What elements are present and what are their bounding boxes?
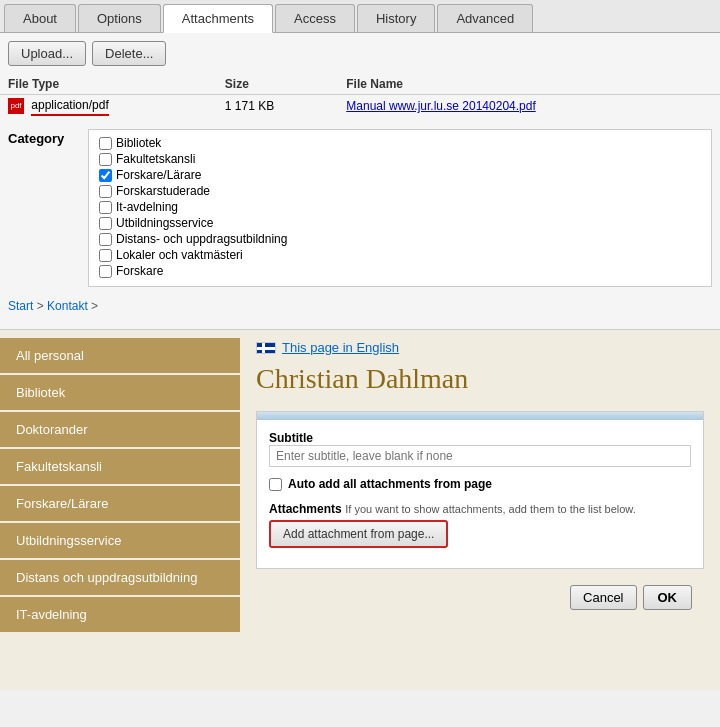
upload-button[interactable]: Upload...: [8, 41, 86, 66]
category-checkbox[interactable]: [99, 137, 112, 150]
category-item: Distans- och uppdragsutbildning: [99, 232, 701, 246]
auto-add-row: Auto add all attachments from page: [269, 477, 691, 491]
form-body: Subtitle Auto add all attachments from p…: [257, 420, 703, 568]
subtitle-input[interactable]: [269, 445, 691, 467]
category-item-label: Forskare: [116, 264, 163, 278]
category-item: Forskare: [99, 264, 701, 278]
sidebar: All personalBibliotekDoktoranderFakultet…: [0, 330, 240, 690]
col-filetype: File Type: [0, 74, 217, 95]
sidebar-item[interactable]: All personal: [0, 338, 240, 373]
sidebar-item[interactable]: Fakultetskansli: [0, 449, 240, 484]
page-title: Christian Dahlman: [256, 363, 704, 395]
delete-button[interactable]: Delete...: [92, 41, 166, 66]
form-header-bar: [257, 412, 703, 420]
ok-button[interactable]: OK: [643, 585, 693, 610]
tabs-bar: About Options Attachments Access History…: [0, 0, 720, 33]
breadcrumb-start[interactable]: Start: [8, 299, 33, 313]
sidebar-item[interactable]: Distans och uppdragsutbildning: [0, 560, 240, 595]
page-preview: All personalBibliotekDoktoranderFakultet…: [0, 330, 720, 690]
file-size-cell: 1 171 KB: [217, 95, 338, 118]
auto-add-checkbox[interactable]: [269, 478, 282, 491]
tab-advanced[interactable]: Advanced: [437, 4, 533, 32]
main-content: This page in English Christian Dahlman S…: [240, 330, 720, 690]
english-link-row: This page in English: [256, 340, 704, 355]
category-item: Utbildningsservice: [99, 216, 701, 230]
category-item-label: Lokaler och vaktmästeri: [116, 248, 243, 262]
category-item-label: Fakultetskansli: [116, 152, 195, 166]
tab-access[interactable]: Access: [275, 4, 355, 32]
english-link[interactable]: This page in English: [282, 340, 399, 355]
breadcrumb: Start > Kontakt >: [0, 295, 720, 321]
category-item-label: Forskarstuderade: [116, 184, 210, 198]
category-item-label: Distans- och uppdragsutbildning: [116, 232, 287, 246]
category-item: Bibliotek: [99, 136, 701, 150]
tab-options[interactable]: Options: [78, 4, 161, 32]
category-checkbox[interactable]: [99, 265, 112, 278]
category-item: Fakultetskansli: [99, 152, 701, 166]
category-checkbox[interactable]: [99, 153, 112, 166]
editor-panel: About Options Attachments Access History…: [0, 0, 720, 330]
attachments-label: Attachments: [269, 502, 342, 516]
sidebar-item[interactable]: IT-avdelning: [0, 597, 240, 632]
category-item-label: Forskare/Lärare: [116, 168, 201, 182]
sidebar-item[interactable]: Bibliotek: [0, 375, 240, 410]
category-checkbox[interactable]: [99, 217, 112, 230]
file-type-cell: pdf application/pdf: [0, 95, 217, 118]
category-label: Category: [8, 129, 78, 287]
editor-toolbar: Upload... Delete...: [0, 33, 720, 70]
breadcrumb-kontakt[interactable]: Kontakt: [47, 299, 88, 313]
subtitle-label: Subtitle: [269, 431, 313, 445]
tab-history[interactable]: History: [357, 4, 435, 32]
category-checkbox[interactable]: [99, 169, 112, 182]
tab-about[interactable]: About: [4, 4, 76, 32]
category-item: Forskarstuderade: [99, 184, 701, 198]
category-checkbox[interactable]: [99, 249, 112, 262]
category-section: Category BibliotekFakultetskansliForskar…: [0, 121, 720, 295]
category-checkbox[interactable]: [99, 233, 112, 246]
category-list: BibliotekFakultetskansliForskare/LärareF…: [88, 129, 712, 287]
flag-uk-icon: [256, 342, 276, 354]
form-footer: Cancel OK: [256, 577, 704, 618]
attachments-row: Attachments If you want to show attachme…: [269, 501, 691, 548]
category-item: It-avdelning: [99, 200, 701, 214]
table-row: pdf application/pdf 1 171 KB Manual www.…: [0, 95, 720, 118]
file-table: File Type Size File Name pdf application…: [0, 74, 720, 117]
sidebar-item[interactable]: Doktorander: [0, 412, 240, 447]
auto-add-label: Auto add all attachments from page: [288, 477, 492, 491]
attachments-note: If you want to show attachments, add the…: [345, 503, 635, 515]
sidebar-item[interactable]: Utbildningsservice: [0, 523, 240, 558]
category-checkbox[interactable]: [99, 185, 112, 198]
col-filename: File Name: [338, 74, 720, 95]
pdf-icon: pdf: [8, 98, 24, 114]
category-item-label: Bibliotek: [116, 136, 161, 150]
file-name-cell[interactable]: Manual www.jur.lu.se 20140204.pdf: [338, 95, 720, 118]
category-item-label: It-avdelning: [116, 200, 178, 214]
file-type-text: application/pdf: [31, 98, 108, 116]
category-checkbox[interactable]: [99, 201, 112, 214]
sidebar-item[interactable]: Forskare/Lärare: [0, 486, 240, 521]
add-attachment-button[interactable]: Add attachment from page...: [269, 520, 448, 548]
subtitle-row: Subtitle: [269, 430, 691, 467]
category-item: Lokaler och vaktmästeri: [99, 248, 701, 262]
form-area: Subtitle Auto add all attachments from p…: [256, 411, 704, 569]
category-item: Forskare/Lärare: [99, 168, 701, 182]
col-size: Size: [217, 74, 338, 95]
file-link[interactable]: Manual www.jur.lu.se 20140204.pdf: [346, 99, 535, 113]
cancel-button[interactable]: Cancel: [570, 585, 636, 610]
category-item-label: Utbildningsservice: [116, 216, 213, 230]
tab-attachments[interactable]: Attachments: [163, 4, 273, 33]
